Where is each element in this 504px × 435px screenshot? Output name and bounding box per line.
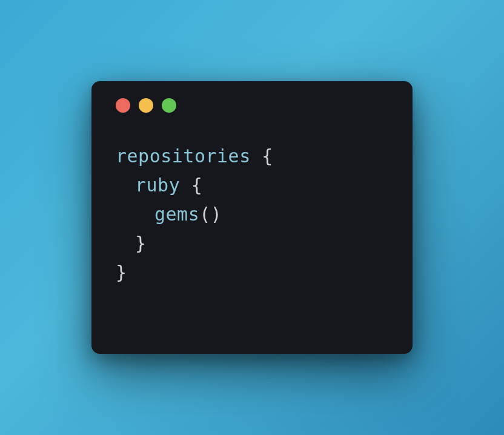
code-line-5: } xyxy=(116,258,393,287)
code-content: repositories { ruby { gems() } } xyxy=(111,142,393,287)
token-identifier: gems xyxy=(154,204,199,225)
minimize-icon[interactable] xyxy=(139,98,153,113)
maximize-icon[interactable] xyxy=(162,98,176,113)
code-line-4: } xyxy=(116,229,393,258)
token-brace: } xyxy=(116,262,127,283)
token-brace: { xyxy=(180,174,202,196)
token-paren: () xyxy=(199,204,222,225)
token-brace: { xyxy=(251,145,273,167)
token-brace: } xyxy=(135,233,147,254)
code-line-1: repositories { xyxy=(116,142,393,171)
traffic-lights xyxy=(116,98,393,113)
close-icon[interactable] xyxy=(116,98,130,113)
code-line-2: ruby { xyxy=(116,171,393,200)
code-line-3: gems() xyxy=(116,200,393,229)
token-identifier: ruby xyxy=(135,174,180,196)
terminal-window: repositories { ruby { gems() } } xyxy=(91,81,413,354)
token-identifier: repositories xyxy=(116,145,251,167)
